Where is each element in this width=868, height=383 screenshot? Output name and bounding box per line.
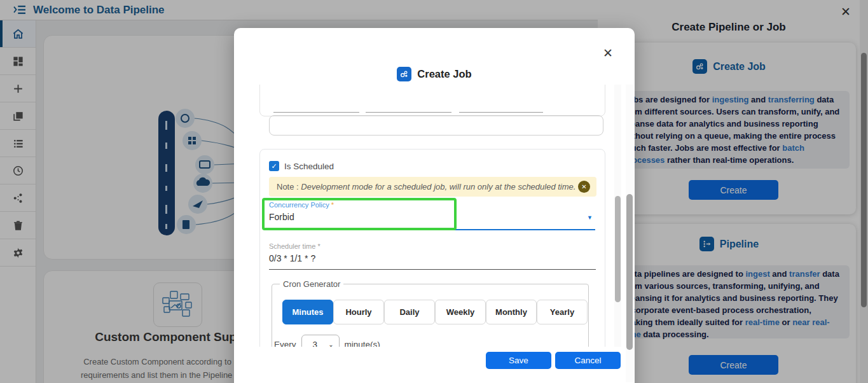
save-button[interactable]: Save xyxy=(486,352,551,369)
cron-generator-fieldset: Cron Generator MinutesHourlyDailyWeeklyM… xyxy=(272,279,589,347)
cron-tab-monthly[interactable]: Monthly xyxy=(486,300,537,324)
create-job-modal: ✕ Create Job ✓ Is Scheduled Note : Devel… xyxy=(234,28,635,383)
minutes-select-value: 3 xyxy=(302,340,329,347)
cron-tab-minutes[interactable]: Minutes xyxy=(282,300,333,324)
modal-close-icon[interactable]: ✕ xyxy=(603,46,613,60)
chevron-down-icon[interactable]: ▼ xyxy=(587,214,593,221)
form-scrollbar-thumb[interactable] xyxy=(615,196,621,302)
screen: { "header": { "title": "Welcome to Data … xyxy=(0,0,868,383)
scrolled-box-partial xyxy=(269,115,603,136)
concurrency-policy-value[interactable]: Forbid xyxy=(269,212,294,222)
scheduler-time-underline xyxy=(269,269,596,270)
modal-scrollbar[interactable] xyxy=(626,85,633,382)
concurrency-policy-underline xyxy=(269,229,595,230)
scheduler-time-label: Scheduler time * xyxy=(269,242,320,250)
concurrency-policy-label: Concurrency Policy * xyxy=(269,201,334,209)
scrolled-field-underline xyxy=(459,112,543,113)
minutes-unit-label: minute(s) xyxy=(345,340,380,347)
note-close-icon[interactable]: ✕ xyxy=(578,181,590,193)
cancel-button[interactable]: Cancel xyxy=(555,352,621,369)
scheduler-time-value[interactable]: 0/3 * 1/1 * ? xyxy=(269,253,315,263)
is-scheduled-checkbox[interactable]: ✓ xyxy=(269,161,279,171)
modal-scroll-area: ✓ Is Scheduled Note : Development mode f… xyxy=(234,85,623,347)
every-label: Every xyxy=(274,340,296,347)
scrolled-field-underline xyxy=(366,112,451,113)
schedule-form-card: ✓ Is Scheduled Note : Development mode f… xyxy=(259,149,605,347)
note-text: Development mode for a scheduled job, wi… xyxy=(301,182,575,192)
cron-generator-legend: Cron Generator xyxy=(280,279,343,289)
modal-scrollbar-thumb[interactable] xyxy=(626,194,633,350)
job-icon xyxy=(397,67,411,81)
chevron-down-icon: ⌄ xyxy=(328,341,333,347)
cron-tab-weekly[interactable]: Weekly xyxy=(435,300,486,324)
scheduled-note-banner: Note : Development mode for a scheduled … xyxy=(269,177,596,197)
form-scrollbar[interactable] xyxy=(614,85,621,347)
modal-title: Create Job xyxy=(417,68,471,80)
required-asterisk: * xyxy=(331,201,334,209)
cron-tabs: MinutesHourlyDailyWeeklyMonthlyYearly xyxy=(282,300,588,324)
cron-tab-yearly[interactable]: Yearly xyxy=(537,300,588,324)
minutes-select[interactable]: 3 ⌄ xyxy=(301,335,340,347)
scrolled-field-underline xyxy=(273,112,359,113)
is-scheduled-label: Is Scheduled xyxy=(284,162,334,171)
cron-tab-hourly[interactable]: Hourly xyxy=(333,300,384,324)
cron-tab-daily[interactable]: Daily xyxy=(384,300,435,324)
note-prefix: Note : xyxy=(277,182,301,192)
